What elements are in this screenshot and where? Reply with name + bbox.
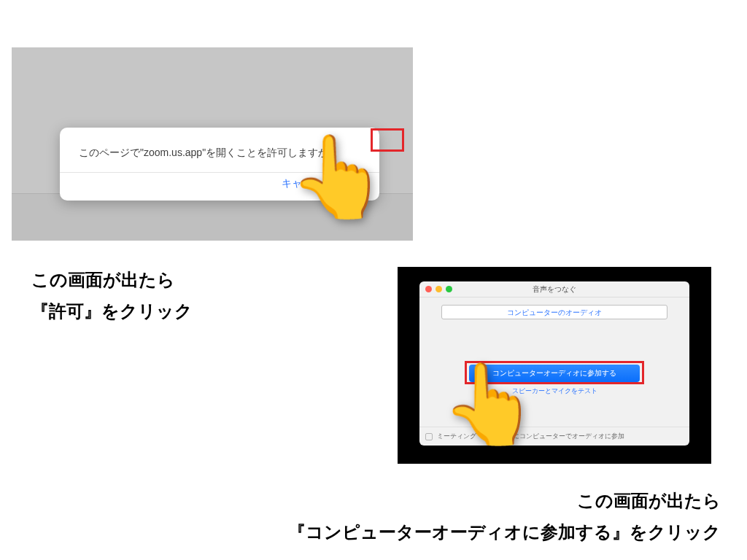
test-speaker-mic-link[interactable]: スピーカーとマイクをテスト: [419, 386, 689, 396]
window-title: 音声をつなぐ: [419, 284, 689, 295]
browser-permission-screenshot: このページで"zoom.us.app"を開くことを許可しますか? キャンセル 許…: [12, 47, 413, 241]
footer-label-prefix: ミーティング: [437, 432, 476, 441]
window-titlebar: 音声をつなぐ: [419, 281, 689, 298]
dialog-message: このページで"zoom.us.app"を開くことを許可しますか?: [79, 147, 334, 160]
dialog-separator: [60, 172, 379, 173]
instruction2-line2: 『コンピューターオーディオに参加する』をクリック: [288, 522, 721, 542]
join-computer-audio-button[interactable]: コンピューターオーディオに参加する: [469, 365, 640, 382]
instruction-text-2: この画面が出たら 『コンピューターオーディオに参加する』をクリック: [288, 485, 721, 548]
auto-join-audio-checkbox[interactable]: [425, 433, 433, 440]
zoom-audio-screenshot: 音声をつなぐ コンピューターのオーディオ コンピューターオーディオに参加する ス…: [398, 267, 711, 464]
cancel-button[interactable]: キャンセル: [282, 177, 333, 190]
allow-button[interactable]: 許可: [347, 177, 368, 190]
audio-window-footer: ミーティング xxxxx 自動的にコンピューターでオーディオに参加: [419, 427, 689, 446]
footer-label-suffix: 自動的にコンピューターでオーディオに参加: [493, 432, 624, 441]
instruction2-line1: この画面が出たら: [577, 491, 721, 510]
open-app-permission-dialog: このページで"zoom.us.app"を開くことを許可しますか? キャンセル 許…: [60, 128, 379, 201]
zoom-audio-window: 音声をつなぐ コンピューターのオーディオ コンピューターオーディオに参加する ス…: [419, 281, 689, 446]
dialog-button-row: キャンセル 許可: [282, 177, 368, 190]
instruction1-line1: この画面が出たら: [31, 270, 175, 289]
instruction-text-1: この画面が出たら 『許可』をクリック: [31, 264, 193, 327]
instruction1-line2: 『許可』をクリック: [31, 301, 193, 321]
computer-audio-tab[interactable]: コンピューターのオーディオ: [441, 305, 667, 319]
